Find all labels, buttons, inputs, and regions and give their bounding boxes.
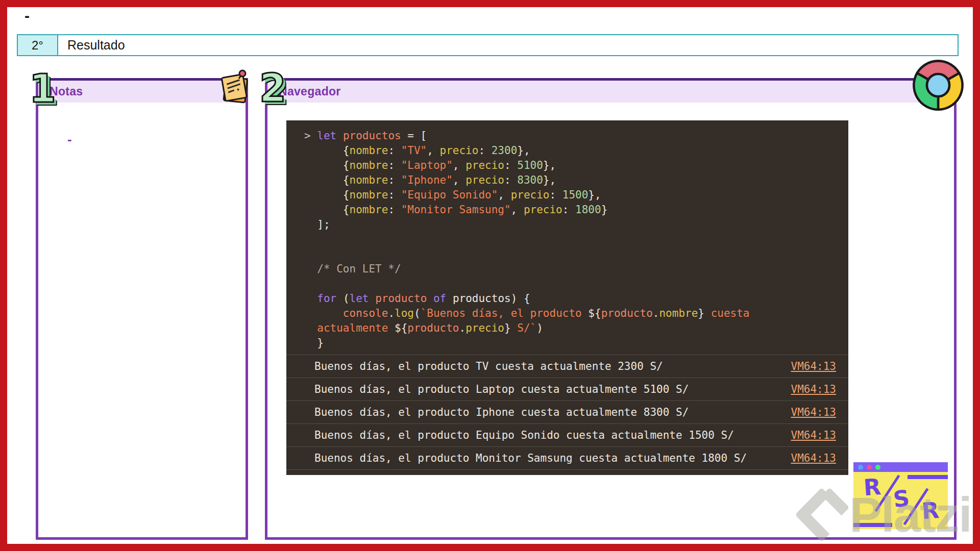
console-output-text: Buenos días, el producto Equipo Sonido c… bbox=[314, 429, 791, 441]
code-line: console.log(`Buenos días, el producto ${… bbox=[304, 306, 839, 321]
rsr-logo-titlebar bbox=[853, 462, 948, 472]
page-top-dash: - bbox=[24, 7, 30, 24]
code-line: {nombre: "TV", precio: 2300}, bbox=[304, 143, 839, 158]
code-line bbox=[304, 232, 839, 247]
console-output-row: Buenos días, el producto Iphone cuesta a… bbox=[286, 400, 848, 423]
panel-navegador-header: Navegador bbox=[267, 81, 954, 103]
slide-page: - 2° Resultado 1 Notas - 2 bbox=[0, 0, 980, 551]
panel-navegador: 2 Navegador > let productos = [ {nombre:… bbox=[265, 78, 957, 540]
title-text-cell: Resultado bbox=[58, 34, 959, 56]
panel-number-2: 2 bbox=[259, 69, 286, 108]
console-source-link[interactable]: VM64:13 bbox=[791, 452, 836, 464]
console-source-link[interactable]: VM64:13 bbox=[791, 383, 836, 395]
code-line: {nombre: "Equipo Sonido", precio: 1500}, bbox=[304, 188, 839, 203]
console-source-link[interactable]: VM64:13 bbox=[791, 360, 836, 372]
code-line: } bbox=[304, 336, 839, 350]
console-output-text: Buenos días, el producto Monitor Samsung… bbox=[314, 452, 791, 464]
console-output-text: Buenos días, el producto Laptop cuesta a… bbox=[314, 383, 791, 395]
code-line: {nombre: "Iphone", precio: 8300}, bbox=[304, 173, 839, 188]
console-code-block: > let productos = [ {nombre: "TV", preci… bbox=[286, 120, 848, 350]
rsr-logo-body: R S R bbox=[853, 472, 948, 529]
logo-letter-r2: R bbox=[921, 499, 940, 522]
title-bar: 2° Resultado bbox=[17, 34, 959, 56]
console-output-rows: Buenos días, el producto TV cuesta actua… bbox=[286, 355, 848, 470]
title-index-cell: 2° bbox=[17, 34, 58, 56]
code-line: /* Con LET */ bbox=[304, 262, 839, 277]
console-source-link[interactable]: VM64:13 bbox=[791, 406, 836, 418]
panel-notas: 1 Notas - bbox=[36, 78, 248, 540]
code-line bbox=[304, 247, 839, 262]
logo-dot-pink bbox=[867, 465, 872, 470]
rsr-logo: R S R bbox=[853, 462, 948, 529]
code-line: {nombre: "Laptop", precio: 5100}, bbox=[304, 158, 839, 173]
console-output-row: Buenos días, el producto TV cuesta actua… bbox=[286, 355, 848, 378]
logo-letter-r1: R bbox=[863, 475, 882, 499]
logo-accent-bar-bottom bbox=[853, 523, 892, 527]
sticky-note-icon bbox=[218, 69, 252, 108]
logo-dot-green bbox=[875, 465, 880, 470]
console-output-text: Buenos días, el producto Iphone cuesta a… bbox=[314, 406, 791, 418]
code-line: > let productos = [ bbox=[304, 129, 839, 143]
code-line bbox=[304, 277, 839, 291]
logo-accent-bar-top bbox=[908, 475, 948, 479]
console-output-row: Buenos días, el producto Equipo Sonido c… bbox=[286, 423, 848, 446]
console-source-link[interactable]: VM64:13 bbox=[791, 429, 836, 441]
console-output-text: Buenos días, el producto TV cuesta actua… bbox=[314, 360, 791, 372]
chrome-icon bbox=[910, 57, 966, 113]
code-line: ]; bbox=[304, 217, 839, 232]
panel-notas-header: Notas bbox=[38, 81, 246, 103]
panel-number-1: 1 bbox=[29, 69, 56, 108]
code-line: for (let producto of productos) { bbox=[304, 291, 839, 306]
code-line: {nombre: "Monitor Samsung", precio: 1800… bbox=[304, 203, 839, 217]
console-output-row: Buenos días, el producto Monitor Samsung… bbox=[286, 446, 848, 469]
devtools-console: > let productos = [ {nombre: "TV", preci… bbox=[286, 120, 848, 475]
notas-body-dash: - bbox=[67, 132, 72, 147]
panel-navegador-title: Navegador bbox=[279, 85, 341, 98]
console-output-row: Buenos días, el producto Laptop cuesta a… bbox=[286, 378, 848, 400]
code-line: actualmente ${producto.precio} S/`) bbox=[304, 321, 839, 336]
logo-letter-s: S bbox=[892, 487, 911, 511]
logo-dot-blue bbox=[858, 465, 863, 470]
